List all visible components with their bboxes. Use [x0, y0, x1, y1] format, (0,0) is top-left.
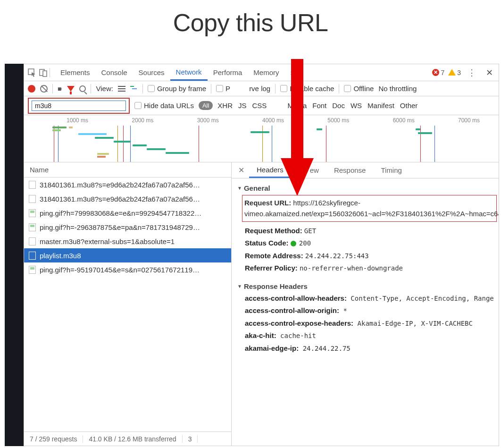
tab-timing[interactable]: Timing: [373, 162, 409, 178]
clear-icon[interactable]: [40, 85, 48, 93]
svg-rect-4: [43, 71, 47, 76]
request-row[interactable]: 318401361.m3u8?s=e9d6a2b242fa67a07a2af56…: [24, 192, 231, 206]
request-url-highlight: Request URL: https://162skyfiregce-vimeo…: [242, 195, 497, 222]
status-code-value: 200: [299, 239, 311, 247]
filter-xhr[interactable]: XHR: [217, 101, 233, 110]
tab-headers[interactable]: Headers: [249, 162, 291, 178]
tab-sources[interactable]: Sources: [133, 64, 170, 81]
more-menu-icon[interactable]: ⋮: [465, 68, 479, 78]
response-header-row: access-control-allow-headers: Content-Ty…: [234, 292, 499, 305]
remote-address-label: Remote Address:: [245, 252, 303, 260]
document-file-icon: [29, 181, 36, 189]
response-header-row: access-control-expose-headers: Akamai-Ed…: [234, 317, 499, 330]
status-extra: 3: [183, 435, 198, 443]
response-header-row: akamai-edge-ip: 24.244.22.75: [234, 342, 499, 355]
devtools-tabbar: Elements Console Sources Network Perform…: [24, 64, 499, 81]
separator: [339, 84, 339, 93]
tab-response[interactable]: Response: [326, 162, 374, 178]
filter-doc[interactable]: Doc: [332, 101, 345, 110]
response-header-row: access-control-allow-origin: *: [234, 304, 499, 317]
filter-input[interactable]: [32, 101, 126, 111]
header-value: *: [339, 307, 347, 314]
request-row[interactable]: ping.gif?h=-951970145&e=s&n=027561767211…: [24, 262, 231, 277]
tab-performance[interactable]: Performa: [208, 64, 248, 81]
checkbox-icon: [134, 102, 142, 109]
column-header-name[interactable]: Name: [24, 162, 231, 178]
screenshot-icon[interactable]: ■ᴵ: [58, 85, 62, 93]
request-name: ping.gif?h=799983068&e=e&n=9929454771832…: [40, 209, 201, 217]
request-name: 318401361.m3u8?s=e9d6a2b242fa67a07a2af56…: [40, 195, 200, 203]
checkbox-icon: [216, 85, 223, 92]
filter-other[interactable]: Other: [400, 101, 418, 110]
request-row[interactable]: ping.gif?h=-296387875&e=pa&n=78173194872…: [24, 220, 231, 234]
status-ok-icon: [291, 241, 296, 246]
header-value: 24.244.22.75: [299, 345, 351, 352]
tab-preview[interactable]: ew: [291, 162, 326, 178]
timeline-bars: [24, 126, 499, 162]
tab-elements[interactable]: Elements: [55, 64, 96, 81]
disable-cache-checkbox[interactable]: Disable cache: [280, 85, 334, 93]
filter-js[interactable]: JS: [238, 101, 247, 110]
devtools-panel: Elements Console Sources Network Perform…: [24, 64, 499, 446]
close-detail-icon[interactable]: ✕: [234, 166, 249, 175]
tick-label: 7000 ms: [458, 117, 480, 124]
request-name: ping.gif?h=-296387875&e=pa&n=78173194872…: [40, 223, 200, 231]
tab-network[interactable]: Network: [170, 64, 208, 81]
inspect-element-icon[interactable]: [27, 68, 37, 78]
request-row[interactable]: ping.gif?h=799983068&e=e&n=9929454771832…: [24, 206, 231, 220]
search-icon[interactable]: [79, 85, 86, 92]
referrer-policy-label: Referrer Policy:: [245, 264, 298, 272]
filter-css[interactable]: CSS: [252, 101, 267, 110]
list-view-icon[interactable]: [118, 86, 125, 92]
request-method-label: Request Method:: [245, 227, 302, 235]
image-file-icon: [29, 209, 36, 217]
header-key: access-control-allow-origin:: [245, 306, 339, 314]
offline-checkbox[interactable]: Offline: [344, 85, 374, 93]
separator: [142, 84, 143, 93]
preserve-log-checkbox[interactable]: Prve log: [216, 85, 270, 93]
hide-data-urls-checkbox[interactable]: Hide data URLs: [134, 101, 194, 110]
tick-label: 3000 ms: [197, 117, 219, 124]
tick-label: 4000 ms: [262, 117, 284, 124]
filter-highlight: [28, 98, 130, 114]
filter-font[interactable]: Font: [312, 101, 326, 110]
close-devtools-icon[interactable]: ✕: [483, 68, 496, 78]
request-row[interactable]: playlist.m3u8: [24, 248, 231, 262]
section-response-headers[interactable]: ▼Response Headers: [234, 280, 499, 292]
separator: [211, 84, 211, 93]
group-by-frame-checkbox[interactable]: Group by frame: [148, 85, 206, 93]
request-name: master.m3u8?external-subs=1&absolute=1: [40, 237, 175, 245]
filter-icon[interactable]: [67, 86, 75, 92]
tab-console[interactable]: Console: [96, 64, 133, 81]
warning-count[interactable]: 3: [448, 69, 461, 76]
separator: [275, 84, 276, 93]
request-row[interactable]: 318401361.m3u8?s=e9d6a2b242fa67a07a2af56…: [24, 178, 231, 192]
filter-all-pill[interactable]: All: [199, 101, 213, 110]
device-toggle-icon[interactable]: [38, 68, 49, 78]
tab-memory[interactable]: Memory: [248, 64, 284, 81]
document-file-icon: [29, 252, 36, 260]
header-key: aka-c-hit:: [245, 331, 276, 339]
document-file-icon: [29, 195, 36, 203]
section-general[interactable]: ▼General: [234, 182, 499, 194]
request-row[interactable]: master.m3u8?external-subs=1&absolute=1: [24, 234, 231, 248]
page-background-strip: [5, 64, 24, 446]
tab-overflow[interactable]: »: [284, 64, 300, 81]
error-count[interactable]: ✕7: [432, 69, 444, 76]
tick-label: 2000 ms: [132, 117, 153, 124]
record-icon[interactable]: [28, 85, 35, 93]
header-key: akamai-edge-ip:: [245, 344, 299, 352]
filter-media[interactable]: Media: [287, 101, 307, 110]
filter-ws[interactable]: WS: [351, 101, 362, 110]
network-timeline[interactable]: 1000 ms 2000 ms 3000 ms 4000 ms 5000 ms …: [24, 115, 499, 162]
header-value: Akamai-Edge-IP, X-VIM-CACHEBC: [353, 320, 473, 327]
filter-manifest[interactable]: Manifest: [367, 101, 394, 110]
request-name: ping.gif?h=-951970145&e=s&n=027561767211…: [40, 266, 200, 274]
status-requests: 7 / 259 requests: [24, 435, 83, 443]
image-file-icon: [29, 223, 36, 231]
waterfall-view-icon[interactable]: [130, 86, 138, 92]
separator: [50, 68, 50, 77]
request-list-pane: Name 318401361.m3u8?s=e9d6a2b242fa67a07a…: [24, 162, 232, 446]
throttling-select[interactable]: No throttling: [378, 85, 417, 93]
response-header-row: aka-c-hit: cache-hit: [234, 330, 499, 342]
